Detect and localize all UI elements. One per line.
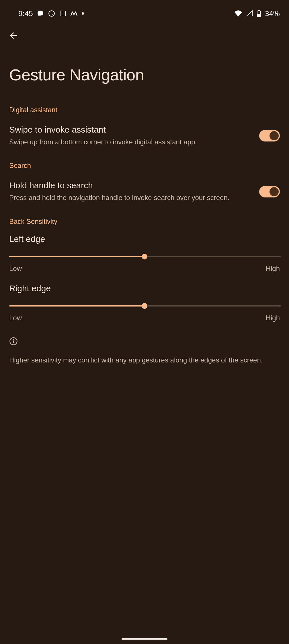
navigation-handle[interactable] [122,638,167,640]
info-block: Higher sensitivity may conflict with any… [0,330,289,372]
app-icon [59,10,66,17]
slider-low-label: Low [9,265,22,273]
info-text: Higher sensitivity may conflict with any… [9,355,280,365]
status-bar: 9:45 34% [0,0,289,20]
m-icon [70,11,78,16]
signal-icon [246,10,253,17]
more-dot-icon [82,12,84,15]
slider-thumb[interactable] [142,303,147,309]
svg-rect-1 [60,11,65,16]
page-title: Gesture Navigation [0,42,289,102]
setting-title: Hold handle to search [9,181,252,190]
battery-percent: 34% [265,9,280,18]
svg-point-9 [13,339,14,340]
wifi-icon [235,10,242,17]
right-edge-slider[interactable] [9,305,280,307]
battery-icon [257,10,261,17]
setting-description: Press and hold the navigation handle to … [9,193,252,202]
slider-end-dot [279,305,281,307]
slider-left-edge: Left edge Low High [0,231,289,281]
toggle-swipe-assistant[interactable] [259,130,280,141]
chat-bubble-icon [37,10,44,17]
setting-title: Swipe to invoke assistant [9,125,252,135]
slider-high-label: High [266,314,280,322]
section-header-back-sensitivity: Back Sensitivity [0,214,289,231]
setting-description: Swipe up from a bottom corner to invoke … [9,137,252,147]
slider-fill [9,305,144,307]
svg-point-0 [49,11,54,16]
status-time: 9:45 [18,9,33,18]
info-icon [9,337,18,346]
whatsapp-icon [48,10,55,17]
toggle-knob [270,131,279,140]
setting-swipe-invoke-assistant[interactable]: Swipe to invoke assistant Swipe up from … [0,120,289,158]
svg-rect-5 [258,14,260,16]
section-header-digital-assistant: Digital assistant [0,102,289,120]
toggle-knob [270,187,279,196]
section-header-search: Search [0,158,289,175]
slider-low-label: Low [9,314,22,322]
setting-hold-handle-search[interactable]: Hold handle to search Press and hold the… [0,175,289,214]
slider-right-edge: Right edge Low High [0,281,289,330]
slider-thumb[interactable] [142,254,147,259]
back-button[interactable] [7,29,21,42]
toggle-hold-search[interactable] [259,186,280,197]
svg-rect-4 [258,10,259,11]
left-edge-slider[interactable] [9,256,280,257]
slider-high-label: High [266,265,280,273]
slider-title: Left edge [9,234,280,244]
slider-fill [9,256,144,257]
arrow-back-icon [9,31,18,40]
slider-title: Right edge [9,284,280,293]
slider-end-dot [279,256,281,257]
